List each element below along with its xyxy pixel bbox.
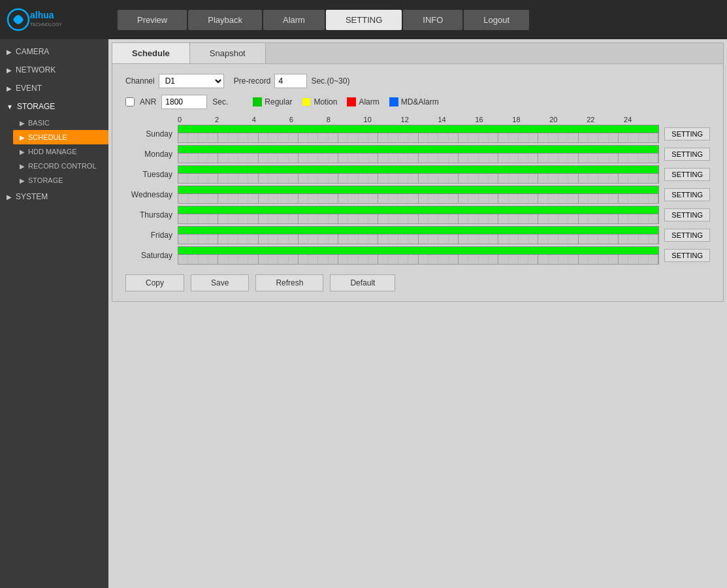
grid-cell[interactable] [299, 255, 308, 264]
grid-cell[interactable] [398, 174, 408, 183]
grid-cell[interactable] [338, 235, 348, 244]
grid-cell[interactable] [308, 174, 318, 183]
timeline-friday[interactable] [178, 226, 659, 244]
grid-cell[interactable] [519, 133, 528, 142]
grid-cell[interactable] [178, 214, 188, 223]
grid-cell[interactable] [308, 154, 318, 163]
grid-cell[interactable] [649, 154, 658, 163]
grid-cell[interactable] [259, 154, 268, 163]
grid-cell[interactable] [359, 255, 368, 264]
grid-cell[interactable] [408, 154, 418, 163]
setting-btn-wednesday[interactable]: SETTING [664, 188, 710, 201]
grid-cell[interactable] [229, 133, 238, 142]
grid-cell[interactable] [368, 214, 378, 223]
grid-cell[interactable] [479, 255, 489, 264]
grid-cell[interactable] [338, 194, 348, 203]
grid-cell[interactable] [589, 174, 598, 183]
grid-cell[interactable] [538, 255, 548, 264]
grid-cell[interactable] [419, 174, 428, 183]
grid-cell[interactable] [609, 133, 619, 142]
grid-cell[interactable] [188, 174, 198, 183]
grid-cell[interactable] [568, 235, 578, 244]
grid-cell[interactable] [229, 235, 238, 244]
grid-cell[interactable] [459, 214, 468, 223]
timeline-sunday[interactable] [178, 125, 659, 143]
grid-cell[interactable] [419, 255, 428, 264]
grid-cell[interactable] [519, 174, 528, 183]
grid-cell[interactable] [408, 174, 418, 183]
grid-cell[interactable] [628, 255, 638, 264]
grid-cell[interactable] [589, 133, 598, 142]
grid-cell[interactable] [368, 255, 378, 264]
grid-cell[interactable] [389, 255, 398, 264]
nav-preview[interactable]: Preview [118, 10, 187, 30]
grid-cell[interactable] [549, 235, 558, 244]
grid-cell[interactable] [579, 174, 589, 183]
grid-cell[interactable] [639, 214, 649, 223]
grid-cell[interactable] [538, 133, 548, 142]
grid-cell[interactable] [479, 174, 489, 183]
grid-cell[interactable] [248, 133, 258, 142]
grid-cell[interactable] [619, 235, 628, 244]
grid-cell[interactable] [389, 133, 398, 142]
grid-cell[interactable] [619, 255, 628, 264]
grid-cell[interactable] [299, 235, 308, 244]
grid-cell[interactable] [619, 194, 628, 203]
grid-cell[interactable] [278, 235, 288, 244]
grid-cell[interactable] [468, 174, 478, 183]
setting-btn-saturday[interactable]: SETTING [664, 249, 710, 262]
setting-btn-tuesday[interactable]: SETTING [664, 168, 710, 181]
grid-cell[interactable] [378, 174, 388, 183]
grid-cell[interactable] [398, 255, 408, 264]
grid-cell[interactable] [509, 235, 519, 244]
grid-cell[interactable] [398, 214, 408, 223]
grid-cell[interactable] [289, 133, 299, 142]
grid-cell[interactable] [218, 133, 228, 142]
grid-cell[interactable] [498, 255, 508, 264]
grid-cell[interactable] [348, 214, 358, 223]
grid-cell[interactable] [528, 235, 538, 244]
grid-cell[interactable] [378, 255, 388, 264]
grid-cell[interactable] [208, 174, 218, 183]
grid-cell[interactable] [408, 194, 418, 203]
grid-cell[interactable] [268, 174, 278, 183]
nav-setting[interactable]: SETTING [326, 10, 402, 30]
grid-cell[interactable] [229, 255, 238, 264]
grid-cell[interactable] [289, 214, 299, 223]
grid-cell[interactable] [538, 154, 548, 163]
grid-cell[interactable] [268, 235, 278, 244]
grid-cell[interactable] [348, 194, 358, 203]
grid-cell[interactable] [329, 154, 338, 163]
grid-cell[interactable] [199, 133, 208, 142]
copy-button[interactable]: Copy [125, 274, 184, 291]
grid-cell[interactable] [628, 174, 638, 183]
grid-cell[interactable] [299, 133, 308, 142]
grid-cell[interactable] [308, 235, 318, 244]
grid-cell[interactable] [649, 194, 658, 203]
grid-cell[interactable] [489, 154, 498, 163]
setting-btn-monday[interactable]: SETTING [664, 148, 710, 161]
grid-cell[interactable] [459, 194, 468, 203]
grid-cell[interactable] [579, 214, 589, 223]
grid-cell[interactable] [248, 214, 258, 223]
grid-cell[interactable] [208, 214, 218, 223]
grid-cell[interactable] [229, 174, 238, 183]
default-button[interactable]: Default [330, 274, 395, 291]
grid-cell[interactable] [438, 194, 448, 203]
grid-cell[interactable] [278, 133, 288, 142]
grid-cell[interactable] [528, 174, 538, 183]
grid-cell[interactable] [449, 235, 459, 244]
sidebar-item-event[interactable]: ▶ EVENT [0, 79, 108, 97]
nav-logout[interactable]: Logout [464, 10, 529, 30]
grid-cell[interactable] [579, 235, 589, 244]
grid-cell[interactable] [199, 214, 208, 223]
grid-cell[interactable] [278, 154, 288, 163]
grid-cell[interactable] [398, 133, 408, 142]
grid-cell[interactable] [468, 154, 478, 163]
grid-cell[interactable] [389, 214, 398, 223]
grid-cell[interactable] [598, 194, 608, 203]
grid-cell[interactable] [598, 235, 608, 244]
grid-cell[interactable] [619, 174, 628, 183]
grid-cell[interactable] [278, 255, 288, 264]
grid-cell[interactable] [238, 194, 248, 203]
